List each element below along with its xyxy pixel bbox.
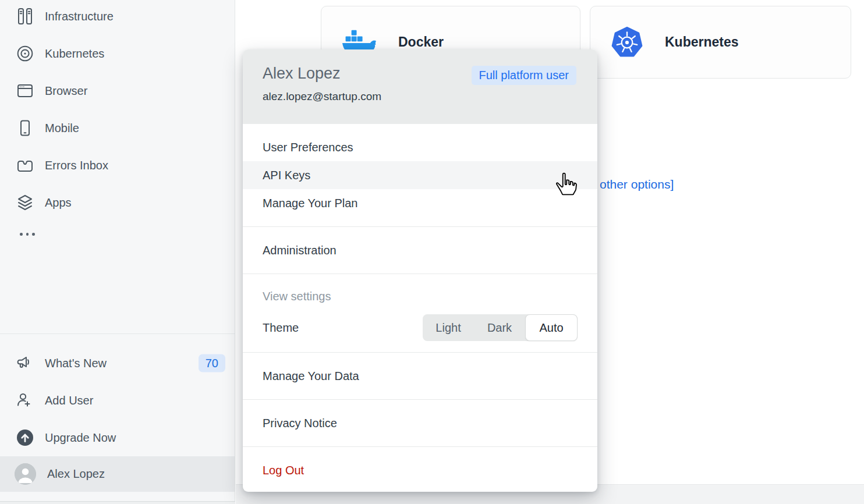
- dropdown-group-view-settings: View settings Theme Light Dark Auto: [243, 274, 597, 352]
- theme-label: Theme: [263, 321, 299, 335]
- view-settings-label: View settings: [243, 285, 597, 308]
- sidebar-item-whats-new[interactable]: What's New 70: [0, 345, 235, 382]
- sidebar-item-mobile[interactable]: Mobile: [0, 109, 235, 147]
- sidebar: Infrastructure Kubernetes: [0, 0, 235, 504]
- dropdown-user-email: alez.lopez@startup.com: [263, 90, 578, 103]
- sidebar-item-kubernetes[interactable]: Kubernetes: [0, 35, 235, 72]
- theme-option-dark[interactable]: Dark: [474, 314, 525, 341]
- user-dropdown-menu: Alex Lopez alez.lopez@startup.com Full p…: [243, 49, 597, 492]
- dropdown-group-privacy: Privacy Notice: [243, 399, 597, 446]
- sidebar-item-upgrade-now[interactable]: Upgrade Now: [0, 419, 235, 456]
- sidebar-item-errors-inbox[interactable]: Errors Inbox: [0, 147, 235, 184]
- other-options-link[interactable]: other options]: [600, 178, 674, 191]
- sidebar-item-label: Kubernetes: [45, 47, 104, 61]
- menu-item-manage-your-data[interactable]: Manage Your Data: [243, 362, 597, 390]
- upgrade-icon: [16, 429, 34, 446]
- sidebar-item-label: Browser: [45, 84, 87, 98]
- sidebar-item-infrastructure[interactable]: Infrastructure: [0, 0, 235, 35]
- browser-icon: [16, 82, 34, 100]
- sidebar-item-apps[interactable]: Apps: [0, 184, 235, 221]
- dropdown-group-logout: Log Out: [243, 446, 597, 492]
- sidebar-item-browser[interactable]: Browser: [0, 72, 235, 109]
- megaphone-icon: [16, 354, 34, 372]
- docker-card-label: Docker: [398, 34, 444, 50]
- sidebar-item-add-user[interactable]: Add User: [0, 382, 235, 419]
- dot: [26, 233, 29, 236]
- menu-item-manage-your-plan[interactable]: Manage Your Plan: [243, 189, 597, 217]
- sidebar-item-label: Upgrade Now: [45, 431, 116, 445]
- sidebar-bottom-section: What's New 70 Add User: [0, 333, 235, 492]
- mobile-icon: [16, 119, 34, 137]
- dot: [32, 233, 35, 236]
- kubernetes-target-icon: [16, 45, 34, 62]
- menu-item-api-keys[interactable]: API Keys: [243, 161, 597, 189]
- dropdown-group-admin: Administration: [243, 226, 597, 274]
- menu-item-administration[interactable]: Administration: [243, 236, 597, 264]
- sidebar-nav: Infrastructure Kubernetes: [0, 0, 235, 221]
- sidebar-item-label: Errors Inbox: [45, 159, 108, 172]
- theme-option-auto[interactable]: Auto: [525, 314, 578, 341]
- dropdown-group-data: Manage Your Data: [243, 352, 597, 399]
- dot: [20, 233, 23, 236]
- apps-icon: [16, 194, 34, 211]
- sidebar-item-label: Infrastructure: [45, 10, 114, 23]
- sidebar-footer-strip: [0, 501, 235, 504]
- theme-option-light[interactable]: Light: [423, 314, 474, 341]
- errors-inbox-icon: [16, 157, 34, 174]
- sidebar-user-row[interactable]: Alex Lopez: [0, 456, 235, 492]
- kubernetes-icon: [611, 27, 643, 58]
- theme-segmented-control: Light Dark Auto: [423, 314, 578, 341]
- sidebar-item-label: Apps: [45, 196, 72, 210]
- sidebar-item-label: Mobile: [45, 122, 79, 135]
- role-badge: Full platform user: [472, 66, 577, 85]
- menu-item-privacy-notice[interactable]: Privacy Notice: [243, 409, 597, 437]
- menu-item-log-out[interactable]: Log Out: [243, 456, 597, 484]
- sidebar-user-name: Alex Lopez: [47, 467, 105, 481]
- avatar: [15, 463, 36, 485]
- theme-row: Theme Light Dark Auto: [243, 314, 597, 342]
- sidebar-item-label: Add User: [45, 394, 93, 407]
- dropdown-group-account: User Preferences API Keys Manage Your Pl…: [243, 124, 597, 226]
- infrastructure-icon: [16, 8, 34, 25]
- dropdown-header: Alex Lopez alez.lopez@startup.com Full p…: [243, 49, 597, 124]
- menu-item-user-preferences[interactable]: User Preferences: [243, 133, 597, 161]
- add-user-icon: [16, 392, 34, 409]
- app-window: Docker: [0, 0, 864, 504]
- sidebar-item-label: What's New: [45, 357, 107, 370]
- whats-new-count-badge: 70: [199, 354, 225, 372]
- sidebar-more-button[interactable]: [20, 233, 35, 236]
- kubernetes-card[interactable]: Kubernetes: [590, 6, 851, 79]
- kubernetes-card-label: Kubernetes: [665, 34, 739, 50]
